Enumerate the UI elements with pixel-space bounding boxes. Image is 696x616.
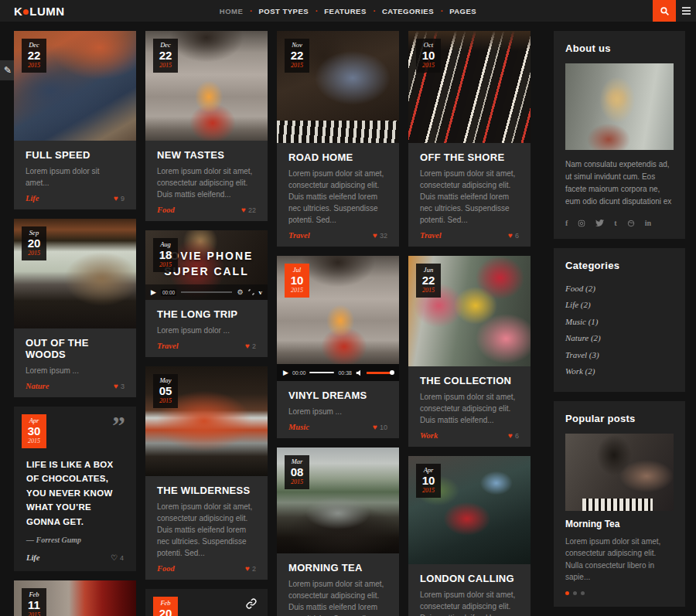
- post-thumbnail[interactable]: Mar 08 2015: [277, 448, 399, 553]
- post-card-full-speed[interactable]: Dec 22 2015 FULL SPEED Lorem ipsum dolor…: [14, 31, 136, 209]
- post-category-link[interactable]: Nature: [26, 382, 49, 390]
- nav-link[interactable]: HOME: [220, 7, 244, 15]
- category-item-work[interactable]: Work (2): [565, 363, 674, 379]
- category-item-food[interactable]: Food (2): [565, 281, 674, 297]
- volume-handle[interactable]: [390, 370, 394, 375]
- post-category-link[interactable]: Travel: [420, 231, 442, 240]
- post-category-link[interactable]: Food: [157, 206, 175, 214]
- post-card-long-trip-video[interactable]: Aug 18 2015 MOVIE PHONE SUPER CALL ▶ 00:…: [145, 230, 268, 357]
- linkedin-icon[interactable]: in: [645, 219, 651, 227]
- post-excerpt: Lorem ipsum ...: [26, 365, 125, 376]
- site-logo[interactable]: KLUMN: [14, 5, 65, 18]
- post-category-link[interactable]: Life: [26, 553, 40, 562]
- post-thumbnail[interactable]: May 05 2015: [145, 366, 268, 476]
- nav-link[interactable]: FEATURES: [324, 7, 367, 15]
- post-thumbnail[interactable]: Nov 22 2015: [277, 31, 399, 143]
- audio-progress-bar[interactable]: [309, 372, 334, 373]
- post-title[interactable]: OFF THE SHORE: [420, 151, 519, 163]
- search-button[interactable]: [653, 0, 676, 22]
- post-likes[interactable]: ♥9: [114, 194, 125, 202]
- facebook-icon[interactable]: f: [565, 219, 568, 227]
- video-progress-bar[interactable]: [181, 291, 232, 293]
- post-likes[interactable]: ♡4: [111, 553, 124, 562]
- category-item-music[interactable]: Music (1): [565, 314, 674, 330]
- post-card-quote[interactable]: Apr 30 2015 ” LIFE IS LIKE A BOX OF CHOC…: [14, 407, 136, 571]
- post-card-new-tastes[interactable]: Dec 22 2015 NEW TASTES Lorem ipsum dolor…: [145, 31, 268, 221]
- post-likes[interactable]: ♥6: [508, 231, 519, 240]
- dribbble-icon[interactable]: [627, 220, 635, 227]
- video-player[interactable]: Aug 18 2015 MOVIE PHONE SUPER CALL ▶ 00:…: [145, 230, 268, 300]
- post-card-the-collection[interactable]: Jun 22 2015 THE COLLECTION Lorem ipsum d…: [408, 256, 531, 447]
- post-category-link[interactable]: Travel: [157, 342, 179, 350]
- post-card-wilderness[interactable]: May 05 2015 THE WILDERNESS Lorem ipsum d…: [145, 366, 268, 580]
- post-category-link[interactable]: Life: [26, 194, 39, 202]
- post-card-out-of-the-woods[interactable]: Sep 20 2015 OUT OF THE WOODS Lorem ipsum…: [14, 219, 136, 397]
- post-likes[interactable]: ♥10: [373, 423, 387, 431]
- post-title[interactable]: NEW TASTES: [157, 149, 256, 161]
- post-card-postbox[interactable]: Feb 11 2015: [14, 580, 136, 616]
- post-card-vinyl-dreams-audio[interactable]: Jul 10 2015 ▶ 00:00 00:38 VINYL DREAMS L…: [277, 256, 399, 438]
- post-title[interactable]: ROAD HOME: [288, 151, 387, 163]
- post-content: THE WILDERNESS Lorem ipsum dolor sit ame…: [145, 476, 268, 580]
- carousel-dot[interactable]: [573, 591, 577, 595]
- post-card-morning-tea[interactable]: Mar 08 2015 MORNING TEA Lorem ipsum dolo…: [277, 448, 399, 616]
- post-thumbnail[interactable]: Dec 22 2015: [14, 31, 136, 141]
- vimeo-icon[interactable]: v: [259, 288, 263, 296]
- post-title[interactable]: THE LONG TRIP: [157, 308, 256, 320]
- nav-link[interactable]: CATEGORIES: [382, 7, 434, 15]
- post-category-link[interactable]: Work: [420, 431, 438, 440]
- post-title[interactable]: THE COLLECTION: [420, 375, 519, 386]
- settings-gear-icon[interactable]: ⚙: [237, 289, 243, 296]
- post-likes[interactable]: ♥32: [373, 231, 387, 240]
- nav-item-categories[interactable]: CATEGORIES: [367, 7, 434, 15]
- post-thumbnail[interactable]: Oct 10 2015: [408, 31, 531, 143]
- carousel-dot[interactable]: [565, 591, 569, 595]
- volume-slider[interactable]: [367, 372, 393, 374]
- popular-post-title[interactable]: Morning Tea: [565, 519, 674, 529]
- post-likes[interactable]: ♥2: [245, 564, 256, 573]
- post-thumbnail[interactable]: Feb 11 2015: [14, 580, 136, 616]
- nav-link[interactable]: PAGES: [449, 7, 476, 15]
- post-thumbnail[interactable]: Sep 20 2015: [14, 219, 136, 328]
- nav-link[interactable]: POST TYPES: [258, 7, 309, 15]
- post-likes[interactable]: ♥22: [241, 206, 256, 214]
- post-category-link[interactable]: Music: [288, 423, 309, 431]
- play-icon[interactable]: ▶: [151, 288, 156, 296]
- post-likes[interactable]: ♥2: [245, 342, 256, 350]
- post-likes[interactable]: ♥6: [508, 431, 519, 440]
- post-likes[interactable]: ♥3: [114, 382, 125, 390]
- post-thumbnail[interactable]: Jul 10 2015: [277, 256, 399, 364]
- post-card-off-the-shore[interactable]: Oct 10 2015 OFF THE SHORE Lorem ipsum do…: [408, 31, 531, 247]
- post-category-link[interactable]: Travel: [288, 231, 310, 240]
- category-item-nature[interactable]: Nature (2): [565, 330, 674, 346]
- post-card-link-google[interactable]: Feb 20 2015 GOOGLE.COM: [145, 589, 268, 616]
- fullscreen-icon[interactable]: [248, 289, 254, 295]
- post-title[interactable]: MORNING TEA: [288, 562, 387, 573]
- post-title[interactable]: THE WILDERNESS: [157, 485, 256, 496]
- post-card-london-calling[interactable]: Apr 10 2015 LONDON CALLING Lorem ipsum d…: [408, 456, 531, 616]
- popular-post-thumbnail[interactable]: [565, 434, 674, 511]
- speaker-icon[interactable]: [356, 369, 363, 376]
- nav-item-pages[interactable]: PAGES: [434, 7, 476, 15]
- post-title[interactable]: FULL SPEED: [26, 149, 125, 161]
- post-thumbnail[interactable]: Dec 22 2015: [145, 31, 268, 141]
- twitter-icon[interactable]: [595, 219, 604, 227]
- post-category-link[interactable]: Food: [157, 564, 175, 573]
- post-title[interactable]: LONDON CALLING: [420, 573, 519, 584]
- nav-item-home[interactable]: HOME: [220, 7, 244, 15]
- play-icon[interactable]: ▶: [283, 369, 288, 376]
- post-card-road-home[interactable]: Nov 22 2015 ROAD HOME Lorem ipsum dolor …: [277, 31, 399, 247]
- nav-item-features[interactable]: FEATURES: [309, 7, 367, 15]
- instagram-icon[interactable]: [578, 220, 585, 227]
- category-item-travel[interactable]: Travel (3): [565, 347, 674, 363]
- carousel-dot[interactable]: [581, 591, 585, 595]
- tumblr-icon[interactable]: t: [614, 219, 616, 227]
- edit-pencil-icon[interactable]: ✎: [0, 60, 15, 80]
- post-title[interactable]: VINYL DREAMS: [288, 390, 387, 401]
- post-thumbnail[interactable]: Apr 10 2015: [408, 456, 531, 564]
- menu-button[interactable]: [676, 0, 696, 22]
- post-thumbnail[interactable]: Jun 22 2015: [408, 256, 531, 366]
- nav-item-post-types[interactable]: POST TYPES: [243, 7, 309, 15]
- category-item-life[interactable]: Life (2): [565, 297, 674, 313]
- post-title[interactable]: OUT OF THE WOODS: [26, 337, 125, 360]
